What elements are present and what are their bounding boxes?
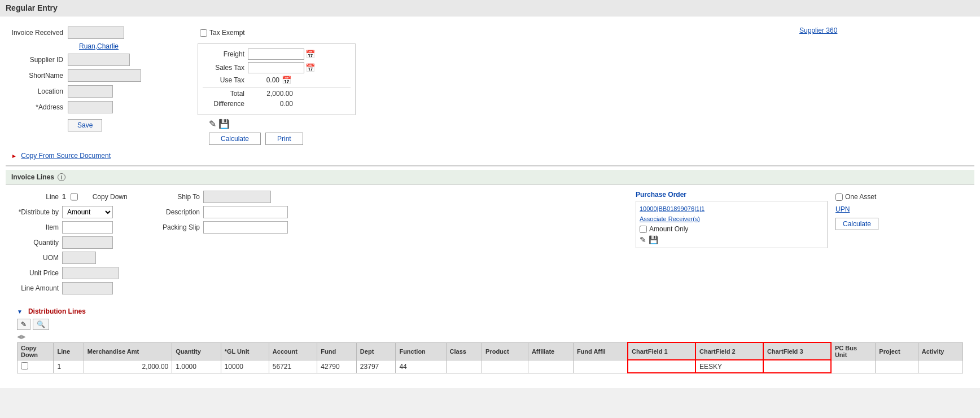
item-label: Item xyxy=(11,223,62,231)
distribution-table: CopyDown Line Merchandise Amt Quantity *… xyxy=(17,342,963,373)
col-class: Class xyxy=(446,342,482,360)
row-merchandise-amt: 2,000.00 xyxy=(84,360,172,373)
row-gl-unit: 10000 xyxy=(221,360,269,373)
col-merchandise-amt: Merchandise Amt xyxy=(84,342,172,360)
associate-receivers-link[interactable]: Associate Receiver(s) xyxy=(640,215,700,222)
row-class xyxy=(446,360,482,373)
line-amount-label: Line Amount xyxy=(11,284,62,292)
col-account: Account xyxy=(269,342,317,360)
difference-value: 0.00 xyxy=(248,100,293,108)
use-tax-icon[interactable]: 📅 xyxy=(282,76,291,85)
location-input[interactable]: MAIN xyxy=(68,85,113,98)
line-label: Line xyxy=(11,193,62,201)
uom-input[interactable]: EA xyxy=(62,252,96,264)
description-label: Description xyxy=(152,208,203,216)
col-activity: Activity xyxy=(918,342,963,360)
description-input[interactable]: Recurring Payments xyxy=(203,206,288,218)
collapse-icon[interactable]: ▼ xyxy=(17,309,23,315)
freight-icon[interactable]: 📅 xyxy=(305,50,315,59)
supplier-id-label: Supplier ID xyxy=(11,56,68,64)
distribution-lines-title: Distribution Lines xyxy=(28,307,86,315)
row-copy-down-checkbox[interactable] xyxy=(21,362,28,369)
dist-search-icon-btn[interactable]: 🔍 xyxy=(33,319,49,330)
sales-tax-icon[interactable]: 📅 xyxy=(305,63,315,72)
address-input[interactable]: 2 xyxy=(68,101,113,113)
col-line: Line xyxy=(54,342,84,360)
expand-icon[interactable]: ► xyxy=(11,153,17,159)
col-pc-bus-unit: PC BusUnit xyxy=(831,342,876,360)
copy-down-label: Copy Down xyxy=(80,193,131,201)
col-dept: Dept xyxy=(356,342,396,360)
row-chartfield2[interactable]: EESKY xyxy=(695,360,763,373)
item-input[interactable] xyxy=(62,221,113,234)
table-row: 1 2,000.00 1.0000 10000 56721 42790 2379… xyxy=(18,360,963,373)
invoice-lines-title: Invoice Lines xyxy=(11,173,54,181)
dist-table-icon-btn[interactable]: ✎ xyxy=(17,319,30,330)
po-save-icon[interactable]: 💾 xyxy=(649,235,658,244)
row-account: 56721 xyxy=(269,360,317,373)
invoice-received-label: Invoice Received xyxy=(11,29,68,37)
col-fund: Fund xyxy=(317,342,357,360)
tax-exempt-label: Tax Exempt xyxy=(209,29,245,37)
line-amount-input: 2,000.00 xyxy=(62,282,113,294)
print-button[interactable]: Print xyxy=(265,133,303,145)
col-chartfield2: ChartField 2 xyxy=(695,342,763,360)
copy-from-source-link[interactable]: Copy From Source Document xyxy=(21,152,111,160)
uom-label: UOM xyxy=(11,254,62,262)
distribute-by-select[interactable]: Amount xyxy=(62,206,113,218)
ship-to-input[interactable]: CORYOM0175 xyxy=(203,191,271,203)
table-icon-1[interactable]: ✎ xyxy=(209,118,216,129)
row-affiliate xyxy=(528,360,573,373)
supplier-link[interactable]: Ruan,Charlie xyxy=(79,42,119,50)
row-project xyxy=(876,360,918,373)
row-chartfield3[interactable] xyxy=(763,360,831,373)
row-fund: 42790 xyxy=(317,360,357,373)
quantity-input[interactable]: 1.0000 xyxy=(62,236,113,249)
scroll-indicator: ◀▶ xyxy=(17,333,963,340)
po-link[interactable]: 10000|BB01899076|1|1 xyxy=(640,205,705,212)
row-pc-bus-unit xyxy=(831,360,876,373)
row-line: 1 xyxy=(54,360,84,373)
difference-label: Difference xyxy=(203,100,248,108)
row-quantity: 1.0000 xyxy=(172,360,221,373)
shortname-input[interactable]: RUANCHARLI-001 xyxy=(68,69,141,82)
line-calculate-button[interactable]: Calculate xyxy=(835,218,878,230)
use-tax-value: 0.00 xyxy=(248,76,282,84)
supplier-id-input[interactable]: 0000910320 xyxy=(68,54,130,66)
sales-tax-input[interactable] xyxy=(248,62,304,73)
page-title: Regular Entry xyxy=(0,0,980,16)
tax-exempt-checkbox[interactable] xyxy=(200,29,207,37)
sales-tax-label: Sales Tax xyxy=(203,64,248,72)
col-quantity: Quantity xyxy=(172,342,221,360)
po-table-icon[interactable]: ✎ xyxy=(640,235,646,244)
total-label: Total xyxy=(203,90,248,98)
copy-down-checkbox-line[interactable] xyxy=(71,191,78,203)
col-product: Product xyxy=(482,342,528,360)
col-fund-affil: Fund Affil xyxy=(573,342,628,360)
invoice-lines-info-icon: i xyxy=(58,173,65,181)
col-chartfield3: ChartField 3 xyxy=(763,342,831,360)
col-copy-down: CopyDown xyxy=(18,342,54,360)
one-asset-checkbox[interactable] xyxy=(835,193,843,201)
calculate-button[interactable]: Calculate xyxy=(209,133,261,145)
total-value: 2,000.00 xyxy=(248,90,293,98)
unit-price-label: Unit Price xyxy=(11,269,62,277)
packing-slip-label: Packing Slip xyxy=(152,223,203,231)
table-icon-2[interactable]: 💾 xyxy=(218,118,230,129)
ship-to-label: Ship To xyxy=(152,193,203,201)
row-chartfield1[interactable] xyxy=(628,360,695,373)
line-number: 1 xyxy=(62,193,66,201)
save-button[interactable]: Save xyxy=(68,119,102,131)
freight-label: Freight xyxy=(203,50,248,58)
unit-price-input[interactable]: 2,000.00000 xyxy=(62,267,119,279)
row-copy-down[interactable] xyxy=(18,360,54,373)
amount-only-checkbox[interactable] xyxy=(640,226,647,233)
row-activity xyxy=(918,360,963,373)
packing-slip-input[interactable]: 2024-09-12 10162977 70 xyxy=(203,221,288,234)
row-fund-affil xyxy=(573,360,628,373)
freight-input[interactable] xyxy=(248,49,304,60)
row-dept: 23797 xyxy=(356,360,396,373)
invoice-received-input[interactable] xyxy=(68,27,124,39)
supplier360-link[interactable]: Supplier 360 xyxy=(799,27,837,34)
col-project: Project xyxy=(876,342,918,360)
